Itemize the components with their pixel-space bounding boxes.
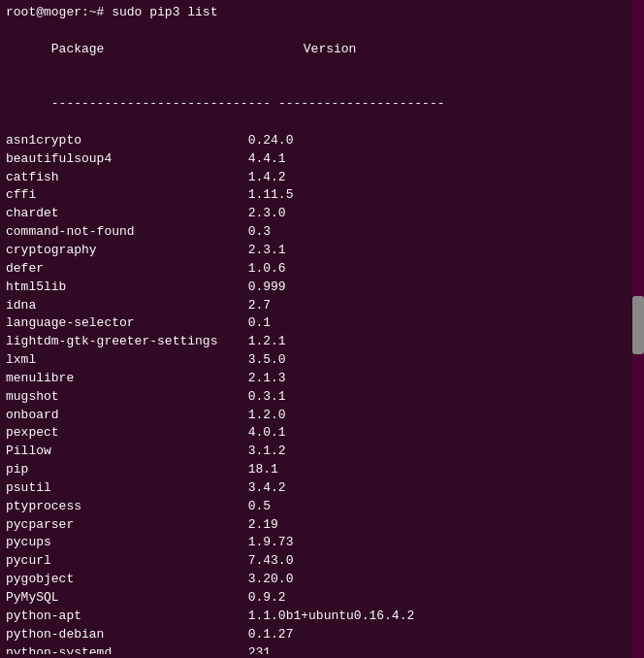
package-row: asn1crypto 0.24.0 [6,132,626,150]
package-row: python-systemd 231 [6,644,626,654]
package-row: Pillow 3.1.2 [6,443,626,461]
package-row: cffi 1.11.5 [6,186,626,205]
package-row: beautifulsoup4 4.4.1 [6,150,626,169]
package-row: lightdm-gtk-greeter-settings 1.2.1 [6,333,626,351]
package-list: asn1crypto 0.24.0beautifulsoup4 4.4.1cat… [6,132,626,654]
package-row: pycparser 2.19 [6,516,626,535]
separator-line: ----------------------------- ----------… [6,77,626,132]
package-row: pycups 1.9.73 [6,534,626,552]
terminal-window: root@moger:~# sudo pip3 list PackageVers… [0,0,644,658]
package-row: python-apt 1.1.0b1+ubuntu0.16.4.2 [6,608,626,626]
package-row: onboard 1.2.0 [6,407,626,425]
package-row: language-selector 0.1 [6,314,626,333]
package-row: pip 18.1 [6,461,626,479]
package-row: psutil 3.4.2 [6,479,626,498]
package-row: PyMySQL 0.9.2 [6,589,626,608]
package-row: menulibre 2.1.3 [6,370,626,388]
terminal-content: root@moger:~# sudo pip3 list PackageVers… [6,4,626,654]
package-row: chardet 2.3.0 [6,205,626,223]
package-row: cryptography 2.3.1 [6,242,626,260]
separator-right: ---------------------- [278,96,445,111]
scrollbar[interactable] [632,0,644,658]
prompt-line: root@moger:~# sudo pip3 list [6,4,626,22]
package-row: catfish 1.4.2 [6,169,626,187]
package-row: idna 2.7 [6,297,626,315]
package-row: command-not-found 0.3 [6,223,626,242]
package-row: pygobject 3.20.0 [6,571,626,589]
package-row: lxml 3.5.0 [6,351,626,370]
scrollbar-thumb[interactable] [632,296,644,354]
header-line: PackageVersion [6,22,626,78]
version-header: Version [304,41,357,59]
package-row: pexpect 4.0.1 [6,424,626,443]
package-row: mugshot 0.3.1 [6,388,626,407]
separator-left: ----------------------------- [51,96,271,111]
package-row: ptyprocess 0.5 [6,498,626,516]
package-row: defer 1.0.6 [6,260,626,279]
package-row: python-debian 0.1.27 [6,626,626,644]
package-row: html5lib 0.999 [6,279,626,297]
package-header: Package [51,41,304,59]
package-row: pycurl 7.43.0 [6,552,626,571]
